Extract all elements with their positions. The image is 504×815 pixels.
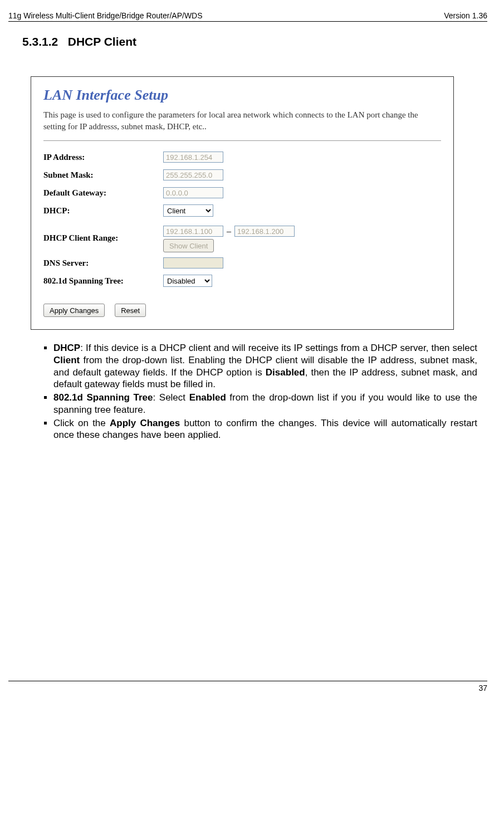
dhcp-label: DHCP: [43,206,163,216]
section-heading: 5.3.1.2 DHCP Client [22,35,487,48]
header-left: 11g Wireless Multi-Client Bridge/Bridge … [8,11,203,20]
spanning-label: 802.1d Spanning Tree: [43,276,163,286]
client-term: Client [53,355,80,365]
bullet-list: DHCP: If this device is a DHCP client an… [39,342,477,441]
range-dash: – [227,226,231,236]
section-title: DHCP Client [68,35,136,48]
ip-label: IP Address: [43,153,163,162]
mask-input[interactable] [163,169,223,180]
spanning-term: 802.1d Spanning Tree [53,392,153,403]
panel-description: This page is used to configure the param… [43,109,441,133]
bullet-apply: Click on the Apply Changes button to con… [53,417,477,442]
page-header: 11g Wireless Multi-Client Bridge/Bridge … [8,11,487,21]
dns-input[interactable] [163,257,223,269]
screenshot-panel: LAN Interface Setup This page is used to… [31,76,454,330]
page-container: 11g Wireless Multi-Client Bridge/Bridge … [0,0,504,709]
range-start-input[interactable] [163,226,223,237]
spanning-select[interactable]: Disabled [163,275,212,287]
dhcp-select[interactable]: Client [163,204,213,217]
gateway-input[interactable] [163,187,223,198]
apply-changes-button[interactable]: Apply Changes [43,304,105,317]
gateway-label: Default Gateway: [43,188,163,198]
reset-button[interactable]: Reset [115,304,146,317]
footer-rule [8,681,487,681]
panel-rule [43,140,441,141]
enabled-term: Enabled [189,392,226,403]
disabled-term: Disabled [266,367,305,378]
header-right: Version 1.36 [444,11,487,20]
page-number: 37 [8,684,487,692]
range-end-input[interactable] [234,226,295,237]
mask-label: Subnet Mask: [43,170,163,180]
section-number: 5.3.1.2 [22,35,58,48]
show-client-button[interactable]: Show Client [163,239,214,252]
bullet-dhcp: DHCP: If this device is a DHCP client an… [53,342,477,391]
ip-input[interactable] [163,152,223,163]
range-label: DHCP Client Range: [43,226,163,243]
range-controls: – Show Client [163,226,295,252]
dhcp-term: DHCP [53,343,80,353]
dns-label: DNS Server: [43,258,163,268]
panel-title: LAN Interface Setup [43,87,441,104]
header-rule [8,21,487,22]
bullet-spanning: 802.1d Spanning Tree: Select Enabled fro… [53,392,477,416]
apply-term: Apply Changes [110,418,180,428]
